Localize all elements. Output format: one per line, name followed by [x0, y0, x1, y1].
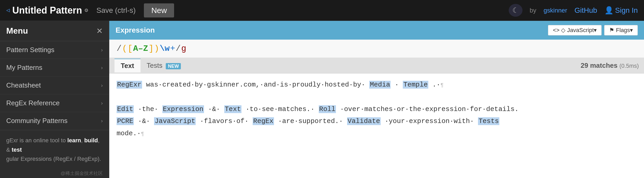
highlight-expression: Expression: [162, 105, 204, 113]
javascript-dropdown-button[interactable]: <> ◇ JavaScript▾: [548, 25, 602, 35]
right-panel: Expression <> ◇ JavaScript▾ ⚑ Flags▾ / (…: [109, 21, 644, 178]
matches-info: 29 matches (0.5ms): [581, 62, 639, 70]
expression-label: Expression: [116, 26, 155, 34]
sidebar-description: gExr is an online tool to learn, build, …: [0, 130, 109, 169]
highlight-javascript: JavaScript: [154, 117, 196, 125]
highlight-media: Media: [369, 81, 391, 89]
text-line-4: mode.·¶: [117, 127, 637, 140]
sidebar-item-label: Community Patterns: [6, 117, 68, 125]
highlight-regex: RegEx: [253, 117, 274, 125]
text-line-1: RegExr was·created·by·gskinner.com,·and·…: [117, 79, 637, 91]
expression-buttons: <> ◇ JavaScript▾ ⚑ Flags▾: [548, 25, 638, 35]
sidebar-desc-text: gExr is an online tool to learn, build, …: [6, 137, 101, 162]
flags-dropdown-button[interactable]: ⚑ Flags▾: [604, 25, 638, 35]
javascript-label: ◇ JavaScript▾: [561, 27, 597, 34]
topbar: ◁ Untitled Pattern ⚙ Save (ctrl-s) New ☾…: [0, 0, 644, 21]
by-label: by: [530, 7, 536, 14]
regex-flag: g: [181, 44, 186, 53]
user-icon: 👤: [604, 6, 614, 15]
regex-paren-close: ): [154, 44, 159, 53]
tabs-bar: Text Tests NEW 29 matches (0.5ms): [109, 58, 644, 73]
highlight-validate: Validate: [347, 117, 381, 125]
chevron-icon: ›: [101, 47, 103, 53]
github-link[interactable]: GitHub: [575, 6, 597, 15]
chevron-icon: ›: [101, 82, 103, 88]
gear-icon[interactable]: ⚙: [85, 7, 88, 14]
sidebar-item-label: My Patterns: [6, 64, 42, 72]
sidebar-item-cheatsheet[interactable]: Cheatsheet ›: [0, 77, 109, 94]
tab-text[interactable]: Text: [114, 59, 141, 72]
chevron-icon: ›: [101, 100, 103, 106]
sidebar-header: Menu ✕: [0, 21, 109, 41]
sidebar-item-regex-reference[interactable]: RegEx Reference ›: [0, 94, 109, 112]
highlight-roll: Roll: [319, 105, 336, 113]
signin-label: Sign In: [615, 6, 638, 15]
sidebar-item-pattern-settings[interactable]: Pattern Settings ›: [0, 41, 109, 59]
highlight-edit: Edit: [117, 105, 134, 113]
regex-bracket-open: [: [127, 44, 132, 53]
logo-area: ◁ Untitled Pattern ⚙: [6, 5, 88, 16]
text-line-2: Edit ·the· Expression ·&· Text ·to·see·m…: [117, 103, 637, 115]
menu-title: Menu: [6, 26, 28, 36]
sidebar-item-my-patterns[interactable]: My Patterns ›: [0, 59, 109, 77]
signin-button[interactable]: 👤 Sign In: [604, 6, 638, 15]
regex-slash-close: /: [176, 44, 181, 53]
regex-word-char: \w: [160, 44, 170, 53]
expression-bar: Expression <> ◇ JavaScript▾ ⚑ Flags▾: [109, 21, 644, 40]
new-button[interactable]: New: [144, 3, 174, 17]
topbar-right: ☾ by gskinner GitHub 👤 Sign In: [509, 4, 638, 17]
dark-mode-button[interactable]: ☾: [509, 4, 522, 17]
matches-count: 29 matches: [581, 62, 618, 69]
highlight-pcre: PCRE: [117, 117, 134, 125]
code-icon: <>: [553, 27, 560, 34]
matches-time: (0.5ms): [619, 63, 639, 69]
highlight-text: Text: [224, 105, 241, 113]
regex-input-area[interactable]: / ( [ A–Z ] ) \w + / g: [109, 40, 644, 58]
regex-plus: +: [170, 44, 175, 53]
new-badge: NEW: [166, 63, 181, 69]
text-line-3: PCRE ·&· JavaScript ·flavors·of· RegEx ·…: [117, 115, 637, 127]
sidebar-item-label: RegEx Reference: [6, 99, 60, 107]
save-button[interactable]: Save (ctrl-s): [93, 5, 139, 16]
flag-icon: ⚑: [609, 27, 614, 34]
flags-label: Flags▾: [616, 27, 633, 34]
tabs-left: Text Tests NEW: [114, 59, 187, 72]
tab-tests[interactable]: Tests NEW: [141, 59, 187, 72]
regex-range: A–Z: [133, 44, 148, 53]
author-link[interactable]: gskinner: [544, 7, 567, 14]
sidebar-item-label: Pattern Settings: [6, 46, 54, 54]
sidebar-close-button[interactable]: ✕: [96, 26, 103, 35]
highlight-temple: Temple: [403, 81, 428, 89]
regex-bracket-close: ]: [149, 44, 154, 53]
highlight-regexr: RegExr: [117, 81, 142, 89]
logo-icon: ◁: [6, 7, 10, 14]
app-title: Untitled Pattern: [12, 5, 82, 16]
text-content[interactable]: RegExr was·created·by·gskinner.com,·and·…: [109, 73, 644, 178]
watermark: @稀土掘金技术社区: [0, 169, 109, 178]
highlight-tests: Tests: [478, 117, 499, 125]
regex-slash-open: /: [117, 44, 122, 53]
main-layout: Menu ✕ Pattern Settings › My Patterns › …: [0, 21, 644, 178]
sidebar-item-community-patterns[interactable]: Community Patterns ›: [0, 112, 109, 130]
sidebar: Menu ✕ Pattern Settings › My Patterns › …: [0, 21, 109, 178]
regex-paren-open: (: [122, 44, 127, 53]
chevron-icon: ›: [101, 65, 103, 71]
tests-tab-label: Tests: [147, 62, 163, 69]
sidebar-item-label: Cheatsheet: [6, 81, 41, 89]
chevron-icon: ›: [101, 118, 103, 124]
